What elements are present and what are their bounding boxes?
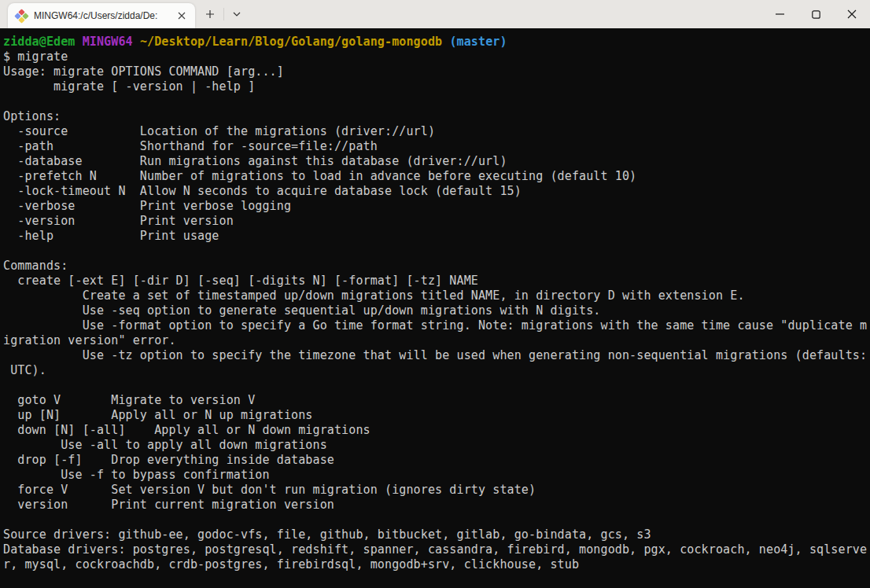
titlebar-divider (223, 8, 224, 20)
tab-close-icon[interactable] (175, 9, 189, 23)
prompt-space (133, 35, 140, 49)
terminal-window: MINGW64:/c/Users/zidda/De: (0, 0, 870, 588)
prompt-user-host: zidda@Edem (3, 35, 76, 49)
prompt-shell-env: MINGW64 (83, 35, 133, 49)
new-tab-button[interactable] (198, 3, 222, 25)
terminal-viewport[interactable]: zidda@Edem MINGW64 ~/Desktop/Learn/Blog/… (0, 28, 870, 588)
prompt-cwd-path: ~/Desktop/Learn/Blog/Golang/golang-mongo… (140, 35, 442, 49)
titlebar: MINGW64:/c/Users/zidda/De: (0, 0, 870, 28)
minimize-button[interactable] (761, 0, 798, 28)
mingw-logo-icon (16, 10, 28, 22)
window-controls (761, 0, 870, 28)
shell-prompt: zidda@Edem MINGW64 ~/Desktop/Learn/Blog/… (3, 35, 870, 50)
tab-dropdown-button[interactable] (225, 3, 249, 25)
terminal-output: $ migrate Usage: migrate OPTIONS COMMAND… (3, 50, 870, 572)
prompt-space (76, 35, 83, 49)
close-button[interactable] (834, 0, 870, 28)
prompt-git-branch: (master) (449, 35, 507, 49)
terminal-tab[interactable]: MINGW64:/c/Users/zidda/De: (8, 3, 195, 28)
tab-title: MINGW64:/c/Users/zidda/De: (34, 10, 175, 21)
maximize-button[interactable] (798, 0, 834, 28)
